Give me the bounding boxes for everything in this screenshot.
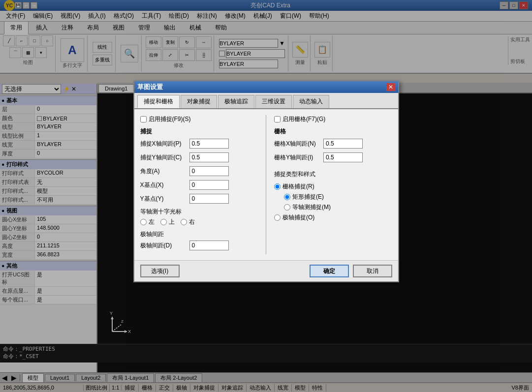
iso-up-radio[interactable] (160, 219, 167, 225)
iso-up-option[interactable]: 上 (160, 218, 175, 226)
polar-snap-label: 极轴捕捉(O) (282, 213, 314, 222)
dialog-tab-3d[interactable]: 三维设置 (255, 95, 292, 108)
polar-section-header: 极轴间距 (140, 230, 258, 239)
iso-right-option[interactable]: 右 (181, 218, 195, 226)
dialog-footer: 选项(I) 确定 取消 (134, 260, 398, 281)
grid-snap-row: 栅格捕捉(R) (274, 182, 392, 191)
dialog-tab-osnap[interactable]: 对象捕捉 (181, 95, 217, 108)
snap-section-header: 捕捉 (140, 127, 258, 136)
dialog-tabs: 捕捉和栅格 对象捕捉 极轴追踪 三维设置 动态输入 (134, 93, 398, 109)
dialog-overlay: 草图设置 ✕ 捕捉和栅格 对象捕捉 极轴追踪 三维设置 动态输入 启用捕捉(F9… (0, 0, 532, 392)
iso-right-radio[interactable] (181, 219, 187, 225)
enable-grid-label: 启用栅格(F7)(G) (282, 115, 325, 123)
snap-x-input[interactable] (189, 139, 229, 149)
polar-label: 极轴间距 (140, 231, 164, 238)
rect-snap-radio[interactable] (284, 194, 290, 200)
dialog-tab-polar[interactable]: 极轴追踪 (218, 95, 254, 108)
snap-label: 捕捉 (140, 128, 152, 135)
polar-dist-input[interactable] (189, 241, 229, 250)
cancel-button[interactable]: 取消 (353, 265, 392, 277)
polar-snap-row: 极轴捕捉(O) (274, 213, 392, 222)
dialog-body: 启用捕捉(F9)(S) 捕捉 捕捉X轴间距(P) 捕捉Y轴间距(C) (134, 109, 398, 260)
grid-snap-label: 栅格捕捉(R) (282, 182, 314, 191)
enable-snap-row: 启用捕捉(F9)(S) (140, 115, 258, 123)
snap-type-label: 捕捉类型和样式 (274, 171, 315, 178)
iso-snap-row: 等轴测捕捉(M) (284, 203, 392, 211)
iso-left-label: 左 (149, 218, 155, 226)
enable-grid-row: 启用栅格(F7)(G) (274, 115, 392, 123)
ok-button[interactable]: 确定 (310, 265, 349, 277)
grid-x-input[interactable] (323, 139, 363, 149)
dialog-tab-dynin[interactable]: 动态输入 (293, 95, 329, 108)
grid-x-label: 栅格X轴间距(N) (274, 140, 323, 148)
angle-label: 角度(A) (140, 167, 189, 176)
polar-dist-label: 极轴间距(D) (140, 241, 189, 250)
base-y-input[interactable] (189, 194, 229, 204)
grid-y-row: 栅格Y轴间距(I) (274, 152, 392, 162)
base-y-row: Y基点(Y) (140, 194, 258, 204)
snap-type-header: 捕捉类型和样式 (274, 170, 392, 179)
grid-x-row: 栅格X轴间距(N) (274, 139, 392, 149)
snap-y-row: 捕捉Y轴间距(C) (140, 152, 258, 162)
snap-x-row: 捕捉X轴间距(P) (140, 139, 258, 149)
angle-row: 角度(A) (140, 166, 258, 176)
snap-y-input[interactable] (189, 152, 229, 162)
iso-right-label: 右 (189, 218, 195, 226)
grid-y-input[interactable] (323, 152, 363, 162)
draft-settings-dialog: 草图设置 ✕ 捕捉和栅格 对象捕捉 极轴追踪 三维设置 动态输入 启用捕捉(F9… (133, 80, 399, 282)
dialog-titlebar: 草图设置 ✕ (134, 81, 398, 93)
dialog-tab-snap[interactable]: 捕捉和栅格 (137, 95, 180, 108)
base-x-input[interactable] (189, 180, 229, 190)
angle-input[interactable] (189, 166, 229, 176)
snap-y-label: 捕捉Y轴间距(C) (140, 153, 189, 162)
dialog-title: 草图设置 (137, 83, 163, 91)
dialog-close-button[interactable]: ✕ (386, 83, 395, 91)
polar-dist-row: 极轴间距(D) (140, 241, 258, 250)
grid-snap-radio[interactable] (274, 183, 281, 190)
enable-grid-checkbox[interactable] (274, 116, 281, 122)
iso-snap-label: 等轴测捕捉(M) (292, 203, 331, 211)
enable-snap-checkbox[interactable] (140, 116, 147, 122)
enable-snap-label: 启用捕捉(F9)(S) (149, 115, 191, 123)
dialog-grid-section: 启用栅格(F7)(G) 栅格 栅格X轴间距(N) 栅格Y轴间距(I) (274, 115, 392, 254)
grid-section-header: 栅格 (274, 127, 392, 136)
base-x-label: X基点(X) (140, 181, 189, 189)
rect-snap-label: 矩形捕捉(E) (292, 193, 324, 201)
iso-up-label: 上 (169, 218, 175, 226)
polar-snap-radio[interactable] (274, 214, 281, 221)
iso-left-radio[interactable] (140, 219, 147, 225)
iso-left-option[interactable]: 左 (140, 218, 155, 226)
base-x-row: X基点(X) (140, 180, 258, 190)
rect-snap-row: 矩形捕捉(E) (284, 193, 392, 201)
snap-x-label: 捕捉X轴间距(P) (140, 140, 189, 148)
isometric-header: 等轴测十字光标 (140, 208, 258, 216)
dialog-divider (266, 115, 266, 254)
isometric-label: 等轴测十字光标 (140, 208, 182, 215)
base-y-label: Y基点(Y) (140, 195, 189, 203)
iso-snap-radio[interactable] (284, 204, 290, 211)
iso-radio-group: 左 上 右 (140, 218, 258, 226)
options-button[interactable]: 选项(I) (140, 265, 180, 277)
grid-label: 栅格 (274, 128, 286, 135)
dialog-snap-section: 启用捕捉(F9)(S) 捕捉 捕捉X轴间距(P) 捕捉Y轴间距(C) (140, 115, 258, 254)
grid-y-label: 栅格Y轴间距(I) (274, 153, 323, 162)
